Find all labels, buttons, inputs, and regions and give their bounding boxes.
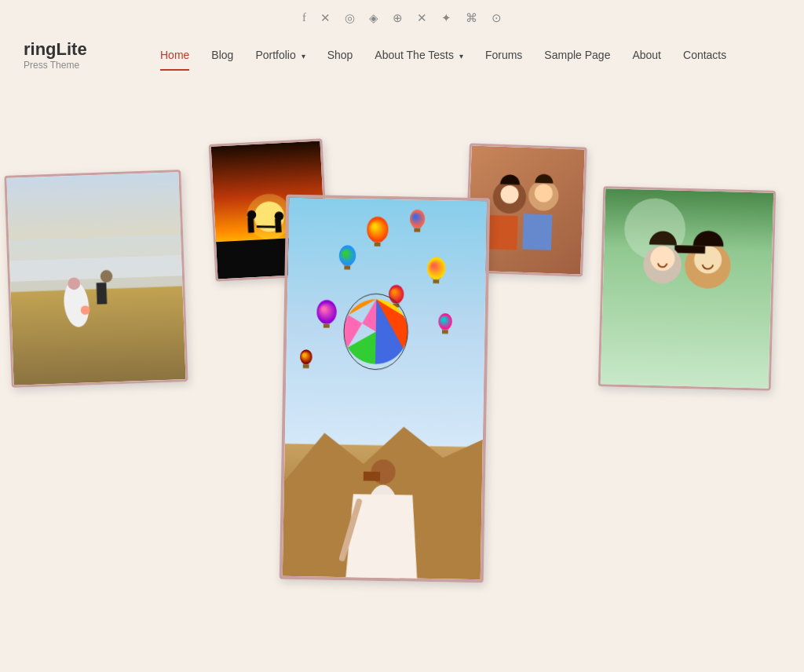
nav-portfolio[interactable]: Portfolio ▾: [244, 41, 316, 69]
photo-card-balloons[interactable]: [280, 195, 491, 583]
nav-shop[interactable]: Shop: [316, 41, 364, 69]
nav-forums[interactable]: Forums: [474, 41, 533, 69]
portfolio-chevron: ▾: [302, 52, 305, 60]
wechat-icon[interactable]: ⌘: [466, 11, 477, 25]
reddit-icon[interactable]: ⊕: [393, 11, 403, 25]
nav-contacts[interactable]: Contacts: [672, 41, 737, 69]
logo-name: ringLite: [24, 39, 126, 60]
instagram-icon[interactable]: ◎: [345, 11, 355, 25]
gallery-area: [0, 102, 804, 636]
photo-card-couple[interactable]: [598, 186, 777, 391]
puzzle-icon[interactable]: ✦: [441, 11, 451, 25]
xing-icon[interactable]: ✕: [417, 11, 427, 25]
nav-sample-page[interactable]: Sample Page: [533, 41, 621, 69]
header: ringLite Press Theme Home Blog Portfolio…: [0, 33, 804, 71]
user-circle-icon[interactable]: ⊙: [492, 11, 502, 25]
main-nav: Home Blog Portfolio ▾ Shop About The Tes…: [149, 41, 780, 69]
tests-chevron: ▾: [459, 52, 463, 60]
nav-about-tests[interactable]: About The Tests ▾: [364, 41, 474, 69]
social-bar: f ✕ ◎ ◈ ⊕ ✕ ✦ ⌘ ⊙: [0, 0, 804, 33]
couple-image: [601, 188, 773, 389]
rss-icon[interactable]: ◈: [369, 11, 378, 25]
nav-blog[interactable]: Blog: [200, 41, 244, 69]
nav-about[interactable]: About: [621, 41, 672, 69]
logo[interactable]: ringLite Press Theme: [24, 39, 126, 71]
wedding-image: [6, 172, 185, 385]
twitter-icon[interactable]: ✕: [320, 11, 331, 25]
logo-tagline: Press Theme: [24, 60, 126, 71]
nav-home[interactable]: Home: [149, 41, 200, 69]
photo-card-wedding[interactable]: [4, 170, 188, 388]
facebook-icon[interactable]: f: [302, 11, 306, 25]
balloons-image: [283, 198, 487, 579]
